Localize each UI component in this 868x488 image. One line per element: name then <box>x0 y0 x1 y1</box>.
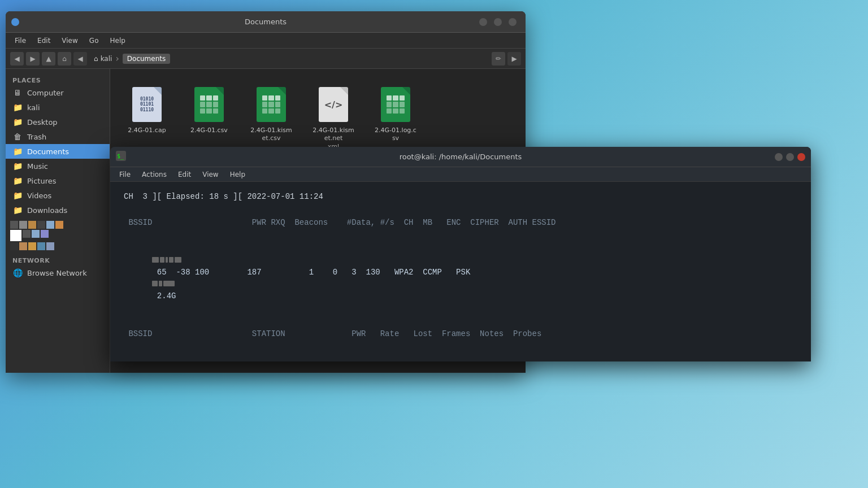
network-header: Network <box>6 254 110 265</box>
minimize-btn[interactable] <box>479 18 487 26</box>
sidebar-item-videos[interactable]: 📁 Videos <box>6 188 110 203</box>
csv1-icon-shape <box>194 87 224 122</box>
swatch-orange <box>55 221 63 229</box>
grid-cell <box>387 102 392 107</box>
file-manager-title: Documents <box>245 18 287 26</box>
file-log-csv[interactable]: 2.4G-01.log.csv <box>370 80 421 155</box>
menu-view[interactable]: View <box>57 36 82 46</box>
home-button[interactable]: ⌂ <box>58 52 71 66</box>
breadcrumb-arrow-right[interactable]: ▶ <box>507 52 521 66</box>
term-maximize[interactable] <box>786 153 794 161</box>
maximize-btn[interactable] <box>494 18 502 26</box>
file-kismet-csv[interactable]: 2.4G-01.kismet.csv <box>246 80 297 155</box>
terminal-controls[interactable] <box>775 153 805 161</box>
swatch-purple <box>41 230 49 238</box>
cap-file-icon: 010100110101110 <box>130 85 164 124</box>
window-app-icon <box>11 18 19 26</box>
bssid-row-num: 65 -38 100 187 1 0 3 130 WPA2 CCMP PSK <box>152 268 480 277</box>
swatch-white <box>10 230 21 241</box>
terminal-content[interactable]: CH 3 ][ Elapsed: 18 s ][ 2022-07-01 11:2… <box>110 182 811 361</box>
grid-cell <box>393 102 398 107</box>
cap-file-name: 2.4G-01.cap <box>128 127 166 134</box>
window-controls[interactable] <box>479 18 520 26</box>
term-menu-view[interactable]: View <box>198 169 223 180</box>
grid-cell <box>400 95 405 101</box>
breadcrumb: ⌂ kali › Documents <box>89 53 489 64</box>
pictures-folder-icon: 📁 <box>12 176 23 186</box>
grid-cell <box>275 102 280 107</box>
menu-file[interactable]: File <box>10 36 31 46</box>
terminal-icon: $_ <box>116 151 126 163</box>
close-btn[interactable] <box>509 18 517 26</box>
grid-cell <box>262 102 267 107</box>
back-button[interactable]: ◀ <box>10 52 24 66</box>
term-menu-file[interactable]: File <box>115 169 135 180</box>
sidebar-item-kali[interactable]: 📁 kali <box>6 100 110 115</box>
swatch-gray3 <box>23 230 31 238</box>
sidebar-item-computer[interactable]: 🖥 Computer <box>6 85 110 100</box>
grid-cell <box>206 102 211 107</box>
grid-cell <box>213 102 218 107</box>
up-button[interactable]: ▲ <box>42 52 55 66</box>
sidebar-label-desktop: Desktop <box>27 118 58 127</box>
swatch-dark1 <box>37 221 45 229</box>
file-cap[interactable]: 010100110101110 2.4G-01.cap <box>121 80 172 155</box>
term-menu-edit[interactable]: Edit <box>173 169 196 180</box>
sidebar: Places 🖥 Computer 📁 kali 📁 Desktop 🗑 Tra… <box>6 69 110 373</box>
sidebar-item-browse-network[interactable]: 🌐 Browse Network <box>6 265 110 280</box>
window-controls-left <box>11 18 23 26</box>
file-csv1[interactable]: 2.4G-01.csv <box>184 80 235 155</box>
swatch-brown <box>28 221 36 229</box>
home-icon: ⌂ <box>94 55 98 63</box>
sidebar-label-computer: Computer <box>27 89 64 97</box>
bssid-mac-blurred <box>152 257 181 263</box>
swatch-steel <box>37 242 45 250</box>
term-menu-actions[interactable]: Actions <box>137 169 171 180</box>
grid-cell <box>387 108 392 114</box>
kismet-xml-icon: </> <box>316 85 350 124</box>
breadcrumb-arrow-left[interactable]: ◀ <box>73 52 87 66</box>
terminal-blank4 <box>124 341 797 353</box>
menu-edit[interactable]: Edit <box>33 36 55 46</box>
grid-cell <box>393 108 398 114</box>
menu-go[interactable]: Go <box>85 36 103 46</box>
sidebar-item-pictures[interactable]: 📁 Pictures <box>6 173 110 188</box>
terminal-window: $_ root@kali: /home/kali/Documents File … <box>110 147 811 361</box>
sidebar-label-videos: Videos <box>27 191 51 200</box>
grid-cell <box>206 95 211 101</box>
menu-help[interactable]: Help <box>105 36 129 46</box>
breadcrumb-home-label[interactable]: kali <box>101 55 112 63</box>
swatch-dark2 <box>10 242 18 250</box>
grid-cell <box>387 95 392 101</box>
grid-cell <box>206 108 211 114</box>
sidebar-item-downloads[interactable]: 📁 Downloads <box>6 203 110 217</box>
station-table-header: BSSID STATION PWR Rate Lost Frames Notes… <box>124 328 797 340</box>
station-row1: 65 3C -37 0 - 1e 0 1 <box>124 354 797 361</box>
sidebar-item-music[interactable]: 📁 Music <box>6 159 110 173</box>
documents-folder-icon: 📁 <box>12 146 23 156</box>
bssid-data-row: 65 -38 100 187 1 0 3 130 WPA2 CCMP PSK 2… <box>124 243 797 314</box>
term-close[interactable] <box>797 153 805 161</box>
places-header: Places <box>6 73 110 85</box>
sidebar-item-desktop[interactable]: 📁 Desktop <box>6 115 110 129</box>
sidebar-item-trash[interactable]: 🗑 Trash <box>6 129 110 144</box>
swatch-gold <box>28 242 36 250</box>
grid-cell <box>200 102 205 107</box>
breadcrumb-current[interactable]: Documents <box>123 54 170 64</box>
location-edit-button[interactable]: ✏ <box>492 52 505 66</box>
term-menu-help[interactable]: Help <box>225 169 250 180</box>
csv1-file-icon <box>192 85 226 124</box>
terminal-titlebar: $_ root@kali: /home/kali/Documents <box>110 147 811 167</box>
forward-button[interactable]: ▶ <box>26 52 40 66</box>
videos-folder-icon: 📁 <box>12 190 23 201</box>
file-kismet-xml[interactable]: </> 2.4G-01.kismet.netxml <box>308 80 359 155</box>
sidebar-item-documents[interactable]: 📁 Documents <box>6 144 110 159</box>
term-minimize[interactable] <box>775 153 783 161</box>
downloads-folder-icon: 📁 <box>12 205 23 215</box>
grid-cell <box>200 95 205 101</box>
breadcrumb-home[interactable]: ⌂ kali <box>94 55 112 63</box>
cap-icon-text: 010100110101110 <box>140 97 154 113</box>
kismet-csv-shape <box>257 87 286 122</box>
file-manager-menubar: File Edit View Go Help <box>6 33 526 49</box>
grid-cell <box>393 95 398 101</box>
